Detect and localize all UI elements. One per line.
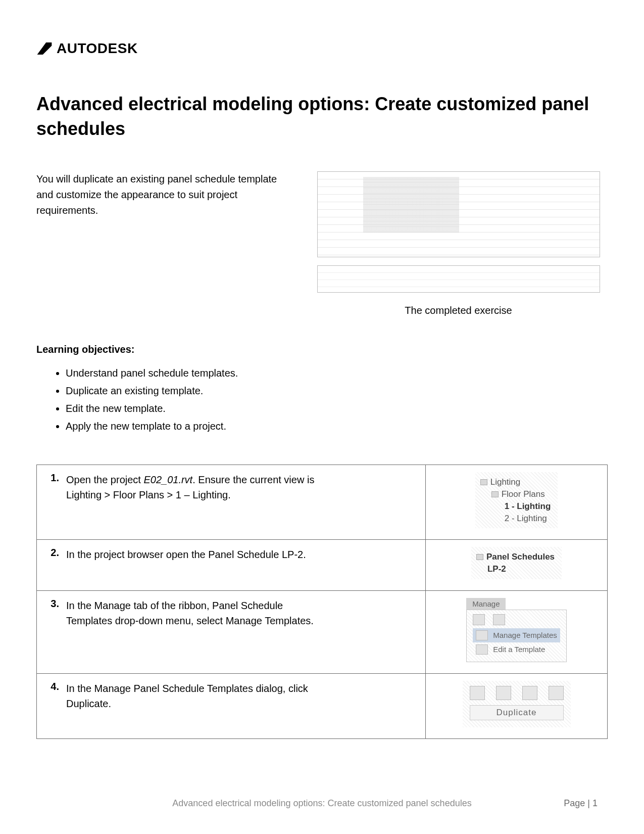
- tree-node: Lighting: [490, 476, 521, 488]
- duplicate-label: Duplicate: [470, 705, 564, 720]
- figure-caption: The completed exercise: [405, 305, 512, 316]
- footer-page-number: Page | 1: [564, 798, 598, 809]
- step-number: 2.: [46, 547, 59, 562]
- menu-item-label: Edit a Template: [493, 645, 545, 654]
- tree-node: 2 - Lighting: [505, 513, 547, 525]
- objective-item: Apply the new template to a project.: [66, 418, 608, 435]
- panel-schedule-mock-lower: [317, 265, 600, 293]
- tree-node-selected: LP-2: [487, 563, 506, 575]
- step-number: 1.: [46, 472, 59, 502]
- ribbon-icon: [473, 614, 485, 625]
- objective-item: Edit the new template.: [66, 400, 608, 418]
- step-text: In the Manage Panel Schedule Templates d…: [66, 681, 329, 711]
- folder-icon: [480, 479, 487, 485]
- project-browser-tree: Panel Schedules LP-2: [471, 547, 562, 579]
- brand-header: AUTODESK: [36, 40, 608, 57]
- step-text: In the project browser open the Panel Sc…: [66, 547, 306, 562]
- tree-node-selected: 1 - Lighting: [505, 500, 551, 513]
- ribbon-mock: Manage Manage Templates Edit a Template: [466, 598, 566, 662]
- step-number: 4.: [46, 681, 59, 711]
- ribbon-tab-manage: Manage: [466, 598, 506, 610]
- ribbon-icon: [493, 614, 505, 625]
- footer-title: Advanced electrical modeling options: Cr…: [172, 798, 471, 809]
- template-icon: [476, 630, 488, 640]
- intro-figure: The completed exercise: [309, 171, 608, 316]
- table-row: 3. In the Manage tab of the ribbon, Pane…: [37, 590, 608, 673]
- table-row: 4. In the Manage Panel Schedule Template…: [37, 673, 608, 738]
- edit-icon: [470, 686, 485, 700]
- objectives-list: Understand panel schedule templates. Dup…: [36, 364, 608, 435]
- duplicate-toolbar-mock: Duplicate: [463, 681, 571, 727]
- tree-node: Floor Plans: [502, 488, 545, 500]
- duplicate-icon: [496, 686, 511, 700]
- menu-item-edit-template: Edit a Template: [473, 642, 560, 657]
- project-browser-tree: Lighting Floor Plans 1 - Lighting 2 - Li…: [475, 472, 558, 528]
- step-number: 3.: [46, 598, 59, 628]
- template-icon: [476, 644, 488, 655]
- menu-item-label: Manage Templates: [493, 631, 557, 639]
- table-row: 2. In the project browser open the Panel…: [37, 540, 608, 591]
- step-text: In the Manage tab of the ribbon, Panel S…: [66, 598, 329, 628]
- objective-item: Duplicate an existing template.: [66, 382, 608, 400]
- objective-item: Understand panel schedule templates.: [66, 364, 608, 382]
- table-row: 1. Open the project E02_01.rvt. Ensure t…: [37, 465, 608, 540]
- page-footer: Advanced electrical modeling options: Cr…: [0, 798, 644, 809]
- autodesk-logo-icon: [36, 41, 53, 56]
- panel-schedule-mock-upper: [317, 171, 600, 257]
- page-title: Advanced electrical modeling options: Cr…: [36, 92, 608, 141]
- folder-icon: [476, 554, 483, 560]
- objectives-heading: Learning objectives:: [36, 344, 608, 355]
- tree-node: Panel Schedules: [486, 551, 555, 563]
- menu-item-manage-templates: Manage Templates: [473, 628, 560, 642]
- intro-paragraph: You will duplicate an existing panel sch…: [36, 171, 279, 316]
- step-text: Open the project E02_01.rvt. Ensure the …: [66, 472, 329, 502]
- brand-name: AUTODESK: [57, 40, 138, 57]
- folder-icon: [491, 491, 499, 497]
- rename-icon: [522, 686, 537, 700]
- steps-table: 1. Open the project E02_01.rvt. Ensure t…: [36, 465, 608, 739]
- delete-icon: [549, 686, 564, 700]
- intro-section: You will duplicate an existing panel sch…: [36, 171, 608, 316]
